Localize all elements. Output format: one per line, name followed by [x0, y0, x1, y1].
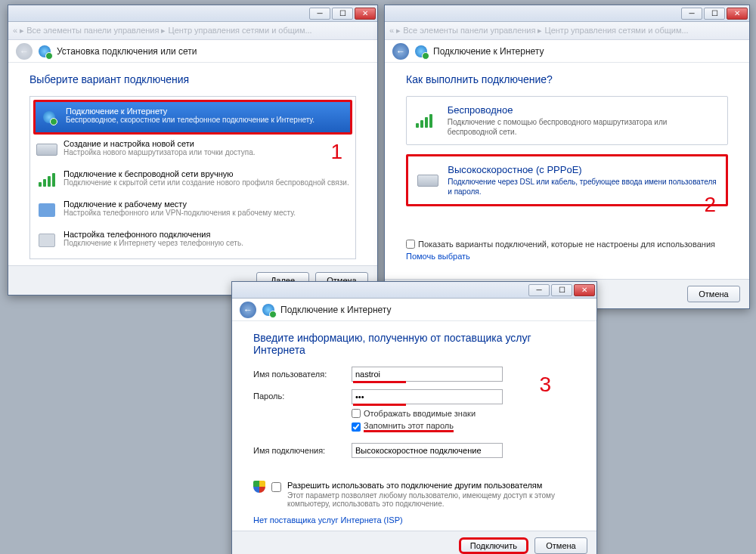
globe-icon: [262, 304, 274, 316]
wifi-icon: [416, 104, 438, 137]
wizard-header: ← Подключение к Интернету: [385, 40, 749, 63]
connection-name-label: Имя подключения:: [253, 446, 352, 455]
wireless-icon: [36, 169, 57, 190]
checkbox-input[interactable]: [352, 422, 361, 432]
allow-others-section: Разрешить использовать это подключение д…: [253, 481, 575, 508]
globe-icon: [415, 45, 427, 57]
connection-name-input[interactable]: [352, 443, 503, 458]
workplace-icon: [36, 200, 57, 221]
show-chars-checkbox[interactable]: Отображать вводимые знаки: [352, 409, 503, 418]
breadcrumb: « ▸ Все элементы панели управления ▸ Цен…: [385, 22, 749, 40]
back-button[interactable]: ←: [240, 302, 256, 318]
option-desc: Подключение к скрытой сети или создание …: [64, 178, 349, 187]
shield-icon: [253, 481, 265, 493]
back-button: ←: [16, 43, 33, 60]
option-list: Подключение к Интернету Беспроводное, ск…: [29, 96, 356, 259]
cancel-button[interactable]: Отмена: [534, 537, 587, 554]
no-isp-link[interactable]: Нет поставщика услуг Интернета (ISP): [253, 515, 575, 525]
allow-others-label: Разрешить использовать это подключение д…: [287, 481, 567, 490]
password-row: Пароль: Отображать вводимые знаки Запомн…: [253, 389, 575, 435]
maximize-button[interactable]: ☐: [332, 8, 353, 20]
close-button[interactable]: ✕: [355, 8, 376, 20]
content-area: Как выполнить подключение? Беспроводное …: [385, 63, 749, 279]
option-desc: Подключение с помощью беспроводного марш…: [448, 117, 718, 137]
phone-icon: [36, 230, 57, 251]
option-desc: Настройка нового маршрутизатора или точк…: [64, 148, 256, 156]
password-label: Пароль:: [253, 389, 352, 401]
close-button[interactable]: ✕: [727, 8, 748, 20]
wizard-header: ← Подключение к Интернету: [232, 299, 596, 321]
breadcrumb-text: « ▸ Все элементы панели управления ▸ Цен…: [13, 26, 312, 36]
checkbox-label: Запомнить этот пароль: [364, 421, 454, 432]
option-pppoe[interactable]: Высокоскоростное (с PPPoE) Подключение ч…: [406, 154, 728, 206]
cancel-button[interactable]: Отмена: [687, 286, 740, 302]
wizard-header: ← Установка подключения или сети: [8, 40, 377, 63]
router-icon: [36, 139, 57, 160]
username-row: Имя пользователя:: [253, 367, 575, 382]
page-heading: Введите информацию, полученную от постав…: [253, 332, 575, 356]
content-area: Выберите вариант подключения Подключение…: [8, 63, 377, 265]
option-title: Настройка телефонного подключения: [64, 230, 243, 239]
red-underline: [353, 381, 406, 383]
username-input[interactable]: [352, 367, 503, 382]
minimize-button[interactable]: ─: [309, 8, 330, 20]
option-title: Создание и настройка новой сети: [64, 139, 256, 148]
option-title: Подключение к Интернету: [66, 107, 314, 116]
red-underline: [353, 404, 406, 406]
wizard-window-2: ─ ☐ ✕ « ▸ Все элементы панели управления…: [384, 5, 750, 309]
checkbox-label: Показать варианты подключений, которые н…: [418, 240, 715, 249]
breadcrumb: « ▸ Все элементы панели управления ▸ Цен…: [8, 22, 377, 40]
step-number-1: 1: [330, 140, 342, 164]
password-input[interactable]: [352, 389, 503, 404]
modem-icon: [417, 164, 438, 197]
option-desc: Беспроводное, скоростное или телефонное …: [66, 116, 314, 124]
option-new-network[interactable]: Создание и настройка новой сети Настройк…: [33, 135, 352, 165]
titlebar: ─ ☐ ✕: [8, 5, 377, 22]
step-number-2: 2: [704, 193, 716, 217]
minimize-button[interactable]: ─: [681, 8, 702, 20]
globe-icon: [39, 45, 51, 57]
wizard-title: Установка подключения или сети: [57, 46, 197, 57]
back-button[interactable]: ←: [392, 43, 409, 60]
option-desc: Подключение через DSL или кабель, требую…: [448, 177, 717, 197]
allow-others-desc: Этот параметр позволяет любому пользоват…: [287, 491, 567, 508]
option-title: Беспроводное: [448, 104, 718, 116]
breadcrumb-text: « ▸ Все элементы панели управления ▸ Цен…: [389, 26, 689, 36]
option-dialup[interactable]: Настройка телефонного подключения Подклю…: [33, 225, 352, 255]
wizard-title: Подключение к Интернету: [433, 46, 544, 57]
option-desc: Настройка телефонного или VPN-подключени…: [64, 209, 296, 217]
titlebar: ─ ☐ ✕: [385, 5, 749, 22]
step-number-3: 3: [539, 373, 551, 397]
option-title: Подключение к рабочему месту: [64, 200, 296, 209]
maximize-button[interactable]: ☐: [551, 284, 572, 296]
option-internet[interactable]: Подключение к Интернету Беспроводное, ск…: [33, 100, 352, 135]
help-choose-link[interactable]: Помочь выбрать: [406, 252, 728, 261]
checkbox-input[interactable]: [406, 240, 415, 249]
close-button[interactable]: ✕: [574, 284, 595, 296]
content-area: Введите информацию, полученную от постав…: [232, 321, 596, 531]
page-heading: Как выполнить подключение?: [406, 73, 728, 85]
wizard-window-1: ─ ☐ ✕ « ▸ Все элементы панели управления…: [8, 5, 378, 296]
option-title: Подключение к беспроводной сети вручную: [64, 169, 349, 178]
minimize-button[interactable]: ─: [528, 284, 550, 296]
titlebar: ─ ☐ ✕: [232, 282, 596, 299]
connection-name-row: Имя подключения:: [253, 443, 575, 458]
page-heading: Выберите вариант подключения: [29, 73, 356, 85]
username-label: Имя пользователя:: [253, 370, 352, 379]
option-workplace[interactable]: Подключение к рабочему месту Настройка т…: [33, 195, 352, 225]
option-wireless-manual[interactable]: Подключение к беспроводной сети вручную …: [33, 165, 352, 195]
remember-password-checkbox[interactable]: Запомнить этот пароль: [352, 421, 503, 432]
connect-button[interactable]: Подключить: [459, 537, 528, 554]
show-unconfigured-checkbox[interactable]: Показать варианты подключений, которые н…: [406, 240, 728, 249]
option-title: Высокоскоростное (с PPPoE): [448, 164, 717, 175]
checkbox-input[interactable]: [352, 409, 361, 418]
footer: Подключить Отмена: [232, 531, 596, 554]
wizard-window-3: ─ ☐ ✕ ← Подключение к Интернету Введите …: [231, 281, 597, 554]
maximize-button[interactable]: ☐: [704, 8, 725, 20]
option-desc: Подключение к Интернету через телефонную…: [64, 239, 243, 247]
allow-others-checkbox[interactable]: [271, 482, 281, 492]
globe-icon: [39, 107, 60, 128]
wizard-title: Подключение к Интернету: [280, 305, 392, 315]
option-wireless[interactable]: Беспроводное Подключение с помощью беспр…: [406, 96, 728, 145]
checkbox-label: Отображать вводимые знаки: [364, 409, 476, 418]
